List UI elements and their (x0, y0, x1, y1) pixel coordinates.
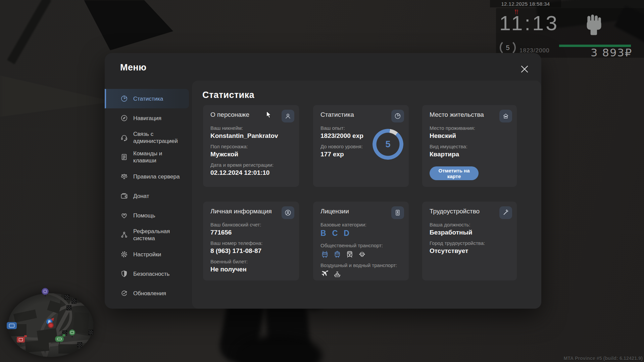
field-label: Общественный транспорт: (320, 243, 401, 248)
scales-icon (120, 172, 128, 180)
heart-handshake-icon (120, 211, 128, 219)
card-employment: Трудоустройство Ваша должность: Безработ… (422, 202, 517, 280)
close-button[interactable] (519, 64, 530, 74)
keybinds-icon (120, 153, 128, 161)
field-value: Не получен (210, 266, 292, 273)
race-flag-icon (88, 330, 93, 335)
field-value: Невский (430, 132, 509, 140)
menu-sidebar: Статистика Навигация Связь с администрац… (105, 89, 192, 303)
field-label: Дата и время регистрации: (210, 162, 292, 168)
public-transport-licenses (320, 250, 401, 258)
headset-icon (120, 134, 128, 142)
active-indicator (105, 89, 106, 108)
card-title: Статистика (320, 111, 401, 118)
sidebar-item-label: Донат (133, 193, 149, 200)
card-residence: Место жительства Место проживания: Невск… (422, 105, 517, 187)
ship-icon (333, 269, 342, 278)
trolleybus-icon (320, 250, 329, 258)
field-label: Базовые категории: (320, 222, 401, 227)
house-icon (499, 110, 512, 122)
scene-dark-structure (84, 0, 178, 50)
purple-pin-glyph (44, 290, 47, 293)
fork-knife-icon (513, 9, 521, 16)
purple-pin (42, 288, 49, 295)
category-b: B (320, 229, 326, 238)
sidebar-item-label: Связь с администрацией (133, 131, 182, 145)
pie-chart-icon (391, 110, 404, 122)
conductor-cap-icon (358, 250, 366, 258)
card-title: О персонаже (210, 111, 292, 118)
sidebar-item-admin-contact[interactable]: Связь с администрацией (105, 128, 192, 147)
referral-network-icon (120, 231, 128, 239)
green-car-pin (55, 336, 64, 342)
wallet-icon (120, 192, 128, 200)
race-flag-icon (64, 295, 69, 300)
sidebar-item-label: Реферальная система (133, 228, 182, 242)
pin-stem (20, 343, 21, 345)
bubble (62, 334, 65, 337)
build-watermark: MTA Province #5 (build: 6.12421.9) (563, 356, 643, 361)
field-value: Безработный (430, 229, 509, 236)
air-water-licenses (320, 269, 401, 278)
field-label: Воздушный и водный транспорт: (320, 262, 401, 268)
shield-icon (120, 270, 128, 278)
green-pin (69, 329, 75, 335)
game-screen: { "hud": { "date": "12.12.2025 18:58:34"… (0, 0, 644, 362)
sidebar-item-label: Правила сервера (133, 173, 180, 180)
field-label: Военный билет: (210, 259, 292, 264)
sidebar-item-label: Обновления (133, 290, 166, 297)
field-label: Ваша должность: (430, 222, 509, 227)
sidebar-item-security[interactable]: Безопасность (105, 264, 192, 283)
card-title: Место жительства (430, 111, 509, 118)
sidebar-item-keybinds[interactable]: Команды и клавиши (105, 147, 192, 167)
minimap-markers: B (8, 293, 93, 357)
red-arrow (51, 317, 55, 321)
field-value: 8 (963) 171-08-87 (210, 247, 292, 255)
race-flag-icon (71, 299, 77, 304)
sidebar-item-settings[interactable]: Настройки (105, 245, 192, 264)
race-flag-icon (77, 342, 82, 347)
sidebar-item-statistics[interactable]: Статистика (105, 89, 189, 108)
field-label: Ваш номер телефона: (210, 240, 292, 246)
player-dot (48, 322, 54, 328)
sidebar-item-server-rules[interactable]: Правила сервера (105, 167, 192, 186)
plane-icon (320, 269, 329, 278)
race-flag-icon (66, 305, 71, 310)
fist-icon (583, 13, 605, 38)
license-doc-icon (391, 206, 404, 219)
field-label: Место проживания: (430, 125, 509, 131)
compass-icon (120, 114, 128, 122)
card-personal-info: Личная информация Ваш банковский счет: 7… (203, 202, 299, 280)
green-pin-glyph (70, 331, 74, 334)
scene-pole-shadow (7, 0, 52, 64)
sidebar-item-label: Помощь (133, 212, 155, 219)
bubble (24, 335, 27, 337)
card-title: Трудоустройство (430, 208, 509, 215)
level-number: 5 (373, 129, 403, 160)
sidebar-item-updates[interactable]: Обновления (105, 283, 192, 303)
card-title: Лицензии (320, 208, 401, 215)
hud-money: 3 893₽ (591, 46, 632, 59)
hud-clock: 11:13 (499, 11, 559, 35)
sidebar-item-referral[interactable]: Реферальная система (105, 225, 192, 245)
field-label: Ваш никнейм: (210, 125, 292, 131)
field-value: 771656 (210, 229, 292, 236)
gear-icon (120, 250, 128, 258)
field-value: Квартира (430, 151, 509, 158)
card-statistics: Статистика Ваш опыт: 1823/2000 exp До но… (313, 105, 409, 187)
pin-stem (45, 295, 46, 297)
sidebar-item-help[interactable]: Помощь (105, 206, 192, 225)
sidebar-item-label: Статистика (133, 95, 163, 102)
pin-stem (11, 329, 12, 331)
sidebar-item-navigation[interactable]: Навигация (105, 108, 192, 128)
bus-stop-pin (7, 322, 17, 329)
tv-glyph (19, 338, 23, 341)
close-icon (520, 65, 529, 73)
mark-on-map-button[interactable]: Отметить на карте (430, 166, 479, 180)
sidebar-item-label: Навигация (133, 115, 161, 122)
updates-icon (120, 289, 128, 297)
scene-light-patch (0, 70, 114, 121)
sidebar-item-donate[interactable]: Донат (105, 186, 192, 206)
field-value: Мужской (210, 151, 292, 158)
card-licenses: Лицензии Базовые категории: B C D Общест… (313, 202, 409, 280)
